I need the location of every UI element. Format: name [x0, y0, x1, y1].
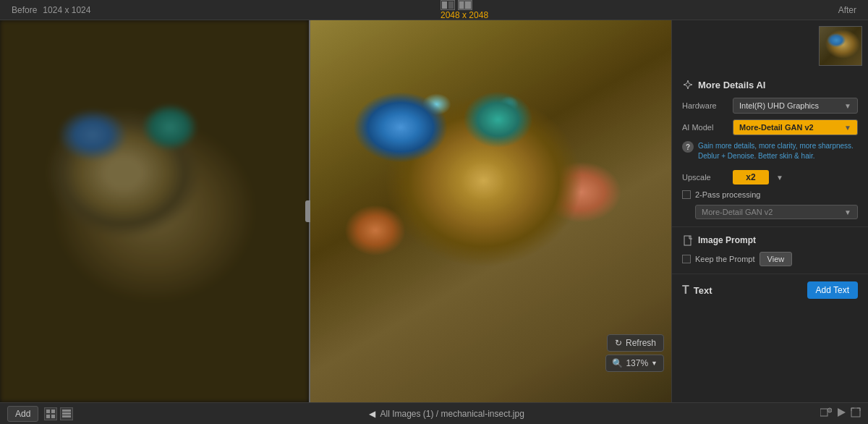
sub-model-value: More-Detail GAN v2 — [702, 208, 773, 216]
ai-model-row: AI Model More-Detail GAN v2 ▼ — [682, 119, 858, 135]
svg-rect-16 — [851, 408, 860, 417]
svg-rect-10 — [62, 410, 71, 412]
grid-icons — [44, 407, 73, 420]
refresh-label: Refresh — [626, 338, 656, 348]
text-icon: T — [682, 284, 689, 297]
svg-rect-12 — [62, 415, 71, 417]
svg-rect-2 — [459, 1, 464, 9]
help-row: ? Gain more details, more clarity, more … — [682, 141, 858, 164]
view-button[interactable]: View — [760, 252, 793, 266]
before-label: Before — [12, 5, 37, 15]
after-size: 2048 x 2048 — [441, 10, 488, 20]
svg-rect-5 — [684, 236, 691, 245]
svg-rect-1 — [448, 1, 454, 9]
svg-rect-6 — [46, 410, 50, 413]
svg-rect-11 — [62, 412, 71, 415]
svg-rect-0 — [442, 1, 447, 9]
upscale-dropdown-arrow-icon[interactable]: ▼ — [776, 174, 783, 182]
expand-icon[interactable] — [851, 407, 861, 420]
two-pass-label: 2-Pass processing — [695, 190, 761, 199]
hardware-arrow-icon: ▼ — [844, 102, 851, 110]
main-content: ↻ Refresh 🔍 137% ▼ More Details — [0, 20, 868, 402]
ai-model-select[interactable]: More-Detail GAN v2 ▼ — [733, 119, 858, 135]
upscale-row: Upscale x2 ▼ — [682, 170, 858, 185]
before-size: 1024 x 1024 — [43, 5, 90, 15]
text-label: Text — [694, 285, 712, 296]
hardware-value: Intel(R) UHD Graphics — [739, 101, 819, 110]
split-view-icon[interactable] — [441, 0, 455, 10]
after-label: After — [838, 5, 856, 15]
upscale-label: Upscale — [682, 173, 733, 182]
help-description: Gain more details, more clarity, more sh… — [698, 141, 858, 161]
sparkle-icon — [682, 79, 694, 90]
after-info: After — [838, 5, 856, 15]
before-panel — [0, 20, 309, 402]
sub-model-arrow-icon: ▼ — [844, 208, 851, 216]
image-prompt-section: Image Prompt Keep the Prompt View — [672, 227, 868, 274]
right-panel: More Details AI Hardware Intel(R) UHD Gr… — [671, 20, 868, 402]
svg-point-14 — [827, 408, 832, 412]
svg-rect-3 — [465, 1, 471, 9]
add-text-button[interactable]: Add Text — [807, 281, 858, 299]
hardware-select[interactable]: Intel(R) UHD Graphics ▼ — [733, 98, 858, 114]
more-details-section: More Details AI Hardware Intel(R) UHD Gr… — [672, 72, 868, 227]
svg-marker-4 — [684, 80, 692, 89]
before-info: Before 1024 x 1024 — [12, 5, 90, 15]
zoom-chevron-icon: ▼ — [651, 360, 658, 367]
image-prompt-header: Image Prompt — [682, 234, 858, 246]
grid-view-icon[interactable] — [44, 407, 57, 420]
keep-prompt-label: Keep the Prompt — [695, 255, 755, 263]
help-icon[interactable]: ? — [682, 141, 694, 153]
after-panel: ↻ Refresh 🔍 137% ▼ — [310, 20, 671, 402]
bottom-nav: ◀ All Images (1) / mechanical-insect.jpg — [80, 409, 813, 419]
svg-rect-8 — [46, 415, 50, 418]
play-icon[interactable] — [836, 407, 846, 420]
two-pass-checkbox[interactable] — [682, 190, 691, 199]
section-header: More Details AI — [682, 79, 858, 90]
nav-path: All Images (1) / mechanical-insect.jpg — [380, 409, 524, 419]
hardware-row: Hardware Intel(R) UHD Graphics ▼ — [682, 98, 858, 114]
refresh-icon: ↻ — [615, 338, 622, 348]
side-by-side-icon[interactable] — [458, 0, 472, 10]
image-info-icon[interactable] — [820, 407, 832, 420]
section-title: More Details AI — [698, 80, 765, 90]
thumbnail-area — [672, 20, 868, 72]
top-bar: Before 1024 x 1024 2048 x 2048 After — [0, 0, 868, 20]
text-section: T Text Add Text — [672, 274, 868, 306]
svg-marker-15 — [838, 408, 846, 417]
list-view-icon[interactable] — [60, 407, 73, 420]
overlay-controls: ↻ Refresh 🔍 137% ▼ — [605, 334, 664, 372]
upscale-value-button[interactable]: x2 — [733, 170, 769, 185]
text-label-group: T Text — [682, 284, 712, 297]
zoom-icon: 🔍 — [612, 358, 623, 368]
image-area: ↻ Refresh 🔍 137% ▼ — [0, 20, 671, 402]
two-pass-row[interactable]: 2-Pass processing — [682, 190, 858, 199]
refresh-button[interactable]: ↻ Refresh — [607, 334, 664, 352]
image-prompt-title: Image Prompt — [698, 235, 756, 245]
ai-model-dropdown[interactable]: More-Detail GAN v2 ▼ — [733, 119, 858, 135]
hardware-label: Hardware — [682, 101, 733, 110]
document-icon — [682, 234, 694, 246]
bottom-right — [820, 407, 861, 420]
image-thumbnail — [819, 26, 862, 66]
after-size-center: 2048 x 2048 — [441, 0, 488, 20]
ai-model-label: AI Model — [682, 123, 733, 132]
add-button[interactable]: Add — [7, 406, 38, 422]
keep-prompt-checkbox[interactable] — [682, 255, 691, 263]
svg-rect-9 — [51, 415, 55, 418]
zoom-button[interactable]: 🔍 137% ▼ — [605, 355, 664, 372]
upscale-controls: x2 ▼ — [733, 170, 858, 185]
svg-rect-13 — [820, 409, 827, 416]
svg-rect-7 — [51, 410, 55, 413]
nav-back-icon[interactable]: ◀ — [369, 409, 375, 419]
bottom-bar: Add ◀ All Images (1) / mechanical- — [0, 402, 868, 424]
hardware-dropdown[interactable]: Intel(R) UHD Graphics ▼ — [733, 98, 858, 114]
compare-icon-group — [441, 0, 488, 10]
zoom-label: 137% — [626, 358, 648, 368]
keep-prompt-row: Keep the Prompt View — [682, 252, 858, 266]
before-image — [0, 20, 309, 402]
ai-model-value: More-Detail GAN v2 — [739, 123, 814, 132]
sub-model-dropdown[interactable]: More-Detail GAN v2 ▼ — [695, 205, 858, 219]
bottom-left: Add — [7, 406, 73, 422]
ai-model-arrow-icon: ▼ — [844, 124, 851, 132]
